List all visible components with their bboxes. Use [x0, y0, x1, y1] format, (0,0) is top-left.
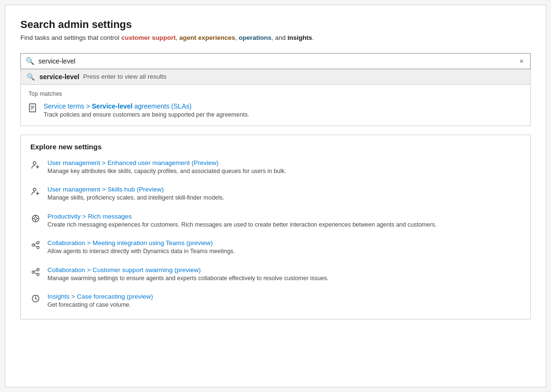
explore-link-5[interactable]: Collaboration > Customer support swarmin…: [47, 266, 328, 273]
svg-point-11: [34, 217, 37, 220]
user-management-icon-2: [30, 187, 41, 199]
svg-point-7: [33, 188, 36, 191]
svg-point-21: [32, 271, 35, 273]
explore-link-2[interactable]: User management > Skills hub (Preview): [47, 186, 224, 193]
explore-item-rich-messages: Productivity > Rich messages Create rich…: [30, 213, 521, 229]
explore-desc-3: Create rich messaging experiences for cu…: [47, 221, 437, 229]
explore-item-enhanced-user-mgmt: User management > Enhanced user manageme…: [30, 159, 521, 176]
explore-desc-4: Allow agents to interact directly with D…: [47, 247, 235, 256]
top-matches-label: Top matches: [28, 91, 523, 97]
explore-item-skills-hub: User management > Skills hub (Preview) M…: [30, 186, 521, 202]
explore-item-body-3: Productivity > Rich messages Create rich…: [47, 213, 437, 229]
explore-link-4[interactable]: Collaboration > Meeting integration usin…: [47, 239, 235, 246]
svg-line-19: [34, 244, 37, 245]
autocomplete-search-icon: 🔍: [27, 73, 35, 81]
explore-item-body-2: User management > Skills hub (Preview) M…: [47, 186, 224, 202]
autocomplete-row[interactable]: 🔍 service-level Press enter to view all …: [20, 69, 531, 85]
svg-line-30: [33, 295, 34, 296]
explore-desc-1: Manage key attributes like skills, capac…: [47, 167, 286, 176]
search-bar: 🔍 ×: [20, 53, 531, 69]
svg-point-4: [33, 162, 36, 164]
collaboration-icon-1: [30, 240, 41, 252]
service-terms-icon: [28, 103, 38, 115]
top-matches-section: Top matches Service terms > Service-leve…: [20, 85, 531, 126]
explore-item-case-forecasting: Insights > Case forecasting (preview) Ge…: [30, 293, 521, 310]
user-management-icon-1: [30, 160, 41, 172]
match-suffix: agreements (SLAs): [132, 102, 192, 110]
explore-item-body-5: Collaboration > Customer support swarmin…: [47, 266, 328, 283]
svg-point-22: [37, 268, 39, 271]
explore-item-body-6: Insights > Case forecasting (preview) Ge…: [47, 293, 153, 310]
explore-title: Explore new settings: [30, 143, 521, 151]
svg-point-29: [35, 298, 36, 299]
explore-item-meeting-integration: Collaboration > Meeting integration usin…: [30, 239, 521, 256]
autocomplete-bold: service-level: [39, 73, 79, 81]
explore-item-swarming: Collaboration > Customer support swarmin…: [30, 266, 521, 283]
match-description: Track policies and ensure customers are …: [44, 111, 249, 118]
collaboration-icon-2: [30, 267, 41, 279]
svg-line-20: [34, 246, 37, 247]
search-icon: 🔍: [26, 57, 35, 65]
autocomplete-hint: Press enter to view all results: [83, 73, 167, 80]
explore-desc-6: Get forecasting of case volume.: [47, 301, 153, 310]
main-container: Search admin settings Find tasks and set…: [5, 5, 546, 387]
explore-desc-2: Manage skills, proficiency scales, and i…: [47, 194, 224, 202]
match-prefix: Service terms >: [44, 102, 92, 110]
explore-link-3[interactable]: Productivity > Rich messages: [47, 213, 437, 220]
page-subtitle: Find tasks and settings that control cus…: [20, 34, 531, 43]
productivity-icon: [30, 214, 41, 226]
explore-desc-5: Manage swarming settings to ensure agent…: [47, 274, 328, 283]
explore-item-body-4: Collaboration > Meeting integration usin…: [47, 239, 235, 256]
page-title: Search admin settings: [20, 18, 531, 31]
match-item[interactable]: Service terms > Service-level agreements…: [28, 102, 523, 118]
explore-item-body-1: User management > Enhanced user manageme…: [47, 159, 286, 176]
explore-section: Explore new settings User management > E…: [20, 135, 531, 319]
svg-point-18: [37, 246, 39, 249]
match-item-text: Service terms > Service-level agreements…: [44, 102, 249, 118]
clear-icon[interactable]: ×: [518, 56, 525, 66]
svg-point-16: [32, 244, 35, 246]
insights-icon: [30, 294, 41, 306]
match-bold: Service-level: [92, 102, 133, 110]
explore-link-1[interactable]: User management > Enhanced user manageme…: [47, 159, 286, 166]
match-link[interactable]: Service terms > Service-level agreements…: [44, 102, 192, 110]
svg-line-24: [34, 270, 37, 272]
svg-line-31: [37, 295, 38, 296]
explore-link-6[interactable]: Insights > Case forecasting (preview): [47, 293, 153, 300]
svg-point-23: [37, 273, 39, 275]
svg-line-25: [34, 273, 37, 274]
search-input[interactable]: [38, 57, 518, 65]
svg-point-17: [37, 242, 39, 244]
